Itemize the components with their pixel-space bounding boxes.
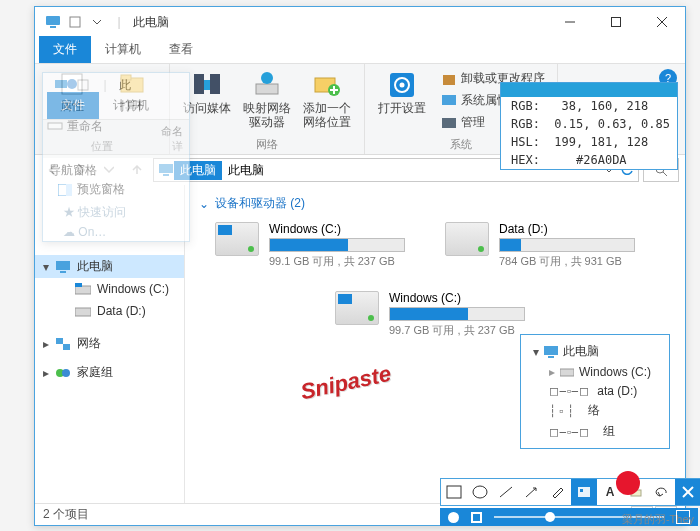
drive-freetext: 99.1 GB 可用 , 共 237 GB [269,254,405,269]
author-watermark: 梁月的羽-They [622,512,694,527]
color-rgb-float: RGB: 0.15, 0.63, 0.85 [501,115,677,133]
svg-rect-50 [66,184,72,196]
tree-item[interactable]: ◻‒▫‒◻ ata (D:) [525,382,661,400]
nav-windows-c[interactable]: Windows (C:) [35,278,184,300]
tab-view[interactable]: 查看 [155,36,207,63]
svg-rect-0 [46,16,60,25]
tool-rect-icon[interactable] [441,479,467,505]
qat-item[interactable] [65,12,85,32]
preview-pane-icon [57,182,73,198]
titlebar: | 此电脑 [35,7,685,37]
color-swatch [501,83,677,97]
tree-item[interactable]: ┆ ▫ ┆ 络 [525,400,661,421]
nav-windows-c-label: Windows (C:) [97,282,169,296]
snipaste-toolbar: A [440,478,700,506]
drive-icon [445,222,489,256]
onedrive-label: On… [78,225,106,239]
svg-line-56 [500,487,512,497]
shape-square-icon[interactable] [471,512,482,523]
svg-rect-36 [56,338,63,344]
access-media-label: 访问媒体 [183,102,231,116]
tool-undo-icon[interactable] [649,479,675,505]
section-devices-header[interactable]: ⌄ 设备和驱动器 (2) [195,193,675,218]
this-pc-icon [55,259,71,275]
svg-rect-2 [70,17,80,27]
tree-root[interactable]: ▾ 此电脑 [525,341,661,362]
map-drive-button[interactable]: 映射网络驱动器 [238,68,296,132]
color-hex: HEX: #26A0DA [501,151,677,169]
nav-homegroup[interactable]: ▸ 家庭组 [35,361,184,384]
svg-point-39 [62,369,70,377]
qat-dropdown-icon[interactable] [87,12,107,32]
chevron-right-icon: ▸ [43,366,49,380]
drive-name: Data (D:) [499,222,635,236]
add-netloc-label: 添加一个网络位置 [300,102,354,130]
ribbon-group-network: 访问媒体 映射网络驱动器 添加一个网络位置 网络 [170,64,365,154]
handle-icon: ◻‒▫‒◻ [549,384,589,398]
quick-access-label: 快速访问 [78,205,126,219]
drive-item[interactable]: Windows (C:) 99.7 GB 可用 , 共 237 GB [335,291,525,338]
handle-icon: ◻‒▫‒◻ [549,425,589,439]
close-button[interactable] [639,7,685,37]
svg-line-30 [663,172,667,176]
add-network-location-button[interactable]: 添加一个网络位置 [298,68,356,132]
star-icon: ★ [63,205,75,219]
open-settings-label: 打开设置 [378,102,426,116]
svg-rect-37 [63,344,70,350]
group-network-label: 网络 [178,135,356,152]
svg-rect-54 [447,486,461,498]
chevron-right-icon: ▸ [549,365,555,379]
tool-ellipse-icon[interactable] [467,479,493,505]
svg-rect-26 [442,118,456,128]
tab-computer[interactable]: 计算机 [99,92,163,119]
snip-close-icon[interactable] [675,479,700,505]
nav-data-d-label: Data (D:) [97,304,146,318]
minimize-button[interactable] [547,7,593,37]
tool-marker-icon[interactable] [571,479,597,505]
svg-rect-32 [60,271,66,273]
nav-data-d[interactable]: Data (D:) [35,300,184,322]
manage-icon [441,115,457,131]
svg-rect-35 [75,308,91,316]
handle-icon: ┆ ▫ ┆ [549,404,574,418]
tab-file[interactable]: 文件 [39,36,91,63]
section-devices-label: 设备和驱动器 (2) [215,195,305,212]
open-settings-button[interactable]: 打开设置 [373,68,431,133]
tab-computer[interactable]: 计算机 [91,36,155,63]
manage-label: 管理 [461,114,485,131]
this-pc-icon [543,344,559,360]
package-icon [441,71,457,87]
window-title: 此 [115,77,131,94]
svg-rect-59 [580,489,583,492]
drive-usage-bar [389,307,525,321]
drive-item[interactable]: Data (D:) 784 GB 可用 , 共 931 GB [445,222,635,269]
drive-freetext: 784 GB 可用 , 共 931 GB [499,254,635,269]
drive-freetext: 99.7 GB 可用 , 共 237 GB [389,323,525,338]
color-rgb-int: RGB: 38, 160, 218 [501,97,677,115]
drive-item[interactable]: Windows (C:) 99.1 GB 可用 , 共 237 GB [215,222,405,269]
svg-rect-1 [50,26,56,28]
nav-this-pc[interactable]: ▾ 此电脑 [35,255,184,278]
tool-pen-icon[interactable] [545,479,571,505]
rename-label: 命名 [161,125,183,137]
drive-icon [75,303,91,319]
tree-item[interactable]: ▸ Windows (C:) [525,362,661,382]
tree-item-label: Windows (C:) [579,365,651,379]
preview-pane-label[interactable]: 预览窗格 [77,181,125,198]
svg-rect-31 [56,261,70,270]
svg-rect-53 [560,369,574,376]
tree-item[interactable]: ◻‒▫‒◻ 组 [525,421,661,442]
color-hsl: HSL: 199, 181, 128 [501,133,677,151]
homegroup-icon [55,365,71,381]
tool-line-icon[interactable] [493,479,519,505]
tree-item-label: 络 [588,402,600,419]
shape-circle-icon[interactable] [448,512,459,523]
drive-icon [75,281,91,297]
nav-network[interactable]: ▸ 网络 [35,332,184,355]
svg-rect-13 [210,74,220,94]
tab-file[interactable]: 文件 [47,92,99,119]
tool-arrow-icon[interactable] [519,479,545,505]
maximize-button[interactable] [593,7,639,37]
tree-item-label: 组 [603,423,615,440]
nav-homegroup-label: 家庭组 [77,364,113,381]
